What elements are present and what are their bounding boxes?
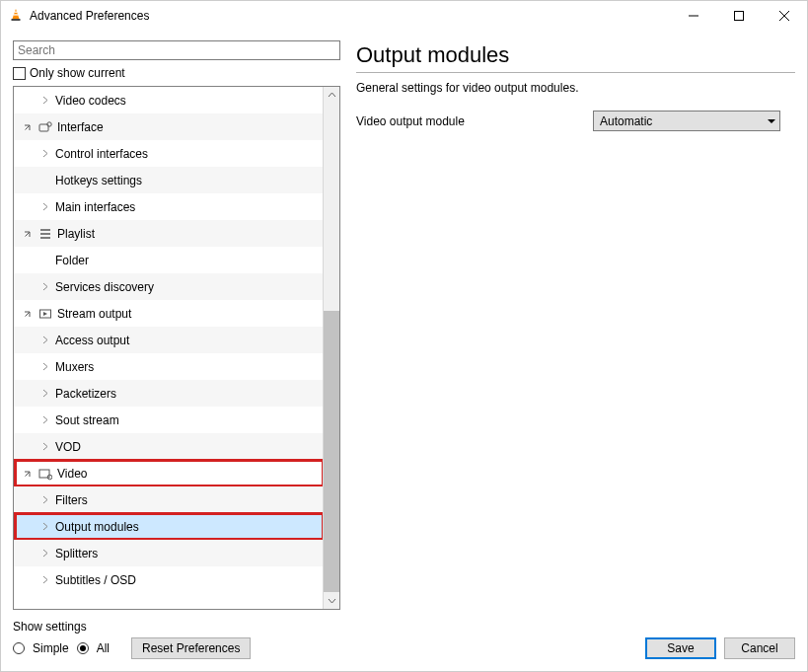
tree-item-label: Video	[57, 467, 87, 481]
expand-right-icon[interactable]	[37, 549, 51, 558]
tree-scrollbar[interactable]	[323, 87, 339, 609]
tree-item-label: Folder	[55, 254, 89, 267]
tree-item[interactable]: Sout stream	[14, 407, 323, 433]
tree-item-label: VOD	[55, 440, 81, 454]
tree-item[interactable]: Video codecs	[14, 87, 323, 113]
tree-item[interactable]: Output modules	[14, 513, 323, 540]
tree-item-label: Splitters	[55, 547, 98, 560]
tree-item-label: Control interfaces	[55, 147, 148, 161]
svg-line-7	[779, 11, 789, 21]
tree-item[interactable]: Interface	[14, 113, 323, 140]
expand-right-icon[interactable]	[37, 202, 51, 211]
tree-item[interactable]: Packetizers	[14, 380, 323, 407]
tree-item-label: Muxers	[55, 360, 94, 374]
svg-marker-21	[768, 119, 775, 123]
svg-marker-17	[43, 312, 47, 316]
svg-line-6	[779, 11, 789, 21]
expand-right-icon[interactable]	[37, 415, 51, 424]
minimize-button[interactable]	[671, 1, 716, 31]
tree-item-label: Services discovery	[55, 280, 154, 294]
tree-item[interactable]: Subtitles / OSD	[14, 566, 323, 593]
expand-right-icon[interactable]	[37, 336, 51, 344]
maximize-button[interactable]	[716, 1, 762, 31]
tree-item-label: Subtitles / OSD	[55, 573, 136, 587]
show-settings-all-radio[interactable]	[77, 642, 89, 654]
svg-line-8	[25, 125, 30, 130]
expand-right-icon[interactable]	[37, 442, 51, 451]
tree-item[interactable]: Video	[14, 460, 323, 486]
window-title: Advanced Preferences	[30, 9, 149, 23]
preferences-tree[interactable]: Video codecsInterfaceControl interfacesH…	[14, 87, 323, 609]
tree-item[interactable]: Splitters	[14, 540, 323, 566]
expand-right-icon[interactable]	[37, 96, 51, 105]
scroll-thumb[interactable]	[324, 311, 339, 592]
tree-item-label: Interface	[57, 120, 104, 134]
tree-item[interactable]: Access output	[14, 327, 323, 353]
svg-rect-5	[735, 12, 744, 21]
tree-item-label: Playlist	[57, 227, 95, 241]
tree-item-label: Packetizers	[55, 387, 116, 401]
search-input[interactable]	[13, 40, 340, 60]
svg-rect-2	[14, 14, 18, 15]
expand-right-icon[interactable]	[37, 495, 51, 504]
tree-item-label: Stream output	[57, 307, 131, 321]
tree-item[interactable]: Stream output	[14, 300, 323, 327]
tree-item-label: Video codecs	[55, 94, 126, 108]
scroll-track[interactable]	[324, 104, 339, 592]
scroll-up-button[interactable]	[324, 87, 339, 104]
panel-description: General settings for video output module…	[356, 81, 795, 95]
tree-item[interactable]: Main interfaces	[14, 193, 323, 220]
stream-icon	[37, 306, 53, 322]
expand-right-icon[interactable]	[37, 362, 51, 371]
expand-right-icon[interactable]	[37, 522, 51, 531]
svg-line-11	[25, 232, 30, 237]
svg-rect-3	[12, 19, 21, 21]
tree-item-label: Filters	[55, 493, 88, 507]
video-icon	[37, 466, 53, 482]
show-settings-label: Show settings	[13, 620, 251, 634]
reset-preferences-button[interactable]: Reset Preferences	[131, 637, 251, 659]
tree-item[interactable]: Folder	[14, 247, 323, 273]
expand-open-icon[interactable]	[20, 229, 34, 238]
expand-open-icon[interactable]	[20, 469, 34, 478]
tree-item-label: Hotkeys settings	[55, 174, 142, 187]
select-value: Automatic	[600, 114, 652, 128]
expand-right-icon[interactable]	[37, 389, 51, 398]
titlebar: Advanced Preferences	[1, 1, 807, 31]
tree-item[interactable]: Filters	[14, 486, 323, 513]
playlist-icon	[37, 226, 53, 242]
scroll-down-button[interactable]	[324, 592, 339, 609]
expand-right-icon[interactable]	[37, 149, 51, 158]
tree-item[interactable]: Services discovery	[14, 273, 323, 300]
tree-item[interactable]: Playlist	[14, 220, 323, 247]
tree-item-label: Output modules	[55, 520, 139, 534]
only-show-current-row[interactable]: Only show current	[13, 64, 340, 82]
divider	[356, 72, 795, 73]
app-icon	[9, 8, 23, 25]
tree-item-label: Access output	[55, 334, 129, 347]
svg-line-18	[25, 472, 30, 477]
save-button[interactable]: Save	[645, 637, 716, 659]
expand-open-icon[interactable]	[20, 122, 34, 131]
expand-right-icon[interactable]	[37, 282, 51, 291]
tree-item-label: Main interfaces	[55, 200, 135, 214]
expand-right-icon[interactable]	[37, 575, 51, 584]
tree-item[interactable]: Control interfaces	[14, 140, 323, 167]
only-show-current-checkbox[interactable]	[13, 67, 26, 80]
tree-item[interactable]: Hotkeys settings	[14, 167, 323, 193]
video-output-module-select[interactable]: Automatic	[593, 111, 780, 131]
svg-rect-1	[15, 11, 18, 12]
video-output-module-label: Video output module	[356, 114, 573, 128]
tree-item[interactable]: Muxers	[14, 353, 323, 380]
simple-label: Simple	[33, 641, 69, 655]
expand-open-icon[interactable]	[20, 309, 34, 318]
panel-title: Output modules	[356, 42, 795, 68]
tree-item[interactable]: VOD	[14, 433, 323, 460]
svg-marker-0	[13, 9, 20, 19]
close-button[interactable]	[762, 1, 807, 31]
svg-line-15	[25, 312, 30, 317]
cancel-button[interactable]: Cancel	[724, 637, 795, 659]
all-label: All	[97, 641, 110, 655]
tree-item-label: Sout stream	[55, 413, 119, 427]
show-settings-simple-radio[interactable]	[13, 642, 25, 654]
